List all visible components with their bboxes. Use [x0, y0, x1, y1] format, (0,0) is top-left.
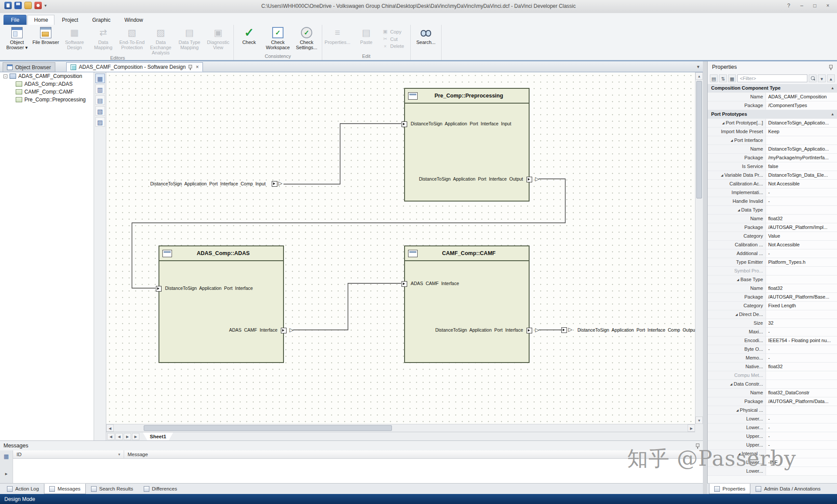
port-required-icon[interactable] — [156, 286, 162, 292]
component-camf-comp-camf[interactable]: CAMF_Comp::CAMF ADAS CAMF Interface Dist… — [404, 245, 530, 363]
filter-search-icon[interactable] — [809, 74, 817, 82]
properties-row[interactable]: Additional ...- — [708, 249, 837, 258]
column-filter-icon[interactable]: ▾ — [118, 452, 120, 457]
property-value[interactable]: /AUTOSAR_Platform/Base... — [766, 293, 837, 301]
diagram-canvas[interactable]: Pre_Comp::Preprocessing DistanceToSign A… — [106, 72, 695, 424]
properties-section-header[interactable]: Port Prototypes▴ — [708, 110, 837, 119]
property-value[interactable] — [766, 206, 837, 214]
properties-section-header[interactable]: Composition Component Type▴ — [708, 84, 837, 93]
property-value[interactable]: - — [766, 249, 837, 258]
expand-icon[interactable]: ◢ — [721, 171, 723, 179]
filter-dropdown-icon[interactable]: ▾ — [818, 74, 826, 82]
property-value[interactable]: - — [766, 197, 837, 205]
property-value[interactable]: /ComponentTypes — [766, 101, 837, 110]
properties-row[interactable]: Package/ComponentTypes — [708, 101, 837, 110]
panel-tab-admin-data-annotations[interactable]: Admin Data / Annotations — [750, 484, 826, 494]
property-value[interactable]: Value — [766, 232, 837, 240]
ribbon-button-check[interactable]: ✓Check — [235, 25, 263, 45]
scroll-up-icon[interactable]: ▲ — [695, 72, 703, 80]
port-required-icon[interactable] — [402, 121, 407, 127]
tree-expander-icon[interactable]: - — [3, 74, 7, 78]
expand-icon[interactable]: ◢ — [736, 406, 738, 414]
menu-tab-graphic[interactable]: Graphic — [86, 15, 117, 25]
properties-row[interactable]: Import Mode PresetKeep — [708, 128, 837, 136]
panel-splitter[interactable] — [703, 61, 707, 494]
component-adas-comp-adas[interactable]: ADAS_Comp::ADAS DistanceToSign Applicati… — [159, 245, 284, 363]
property-value[interactable]: Not Accessible — [766, 180, 837, 188]
property-value[interactable]: - — [766, 345, 837, 353]
properties-row[interactable]: Byte O...- — [708, 345, 837, 354]
expand-icon[interactable]: ◢ — [722, 119, 724, 127]
menu-tab-window[interactable]: Window — [118, 15, 150, 25]
port-provided-icon[interactable] — [526, 177, 532, 182]
tab-software-design-document[interactable]: ADAS_CAMF_Composition - Software Design … — [66, 62, 203, 72]
property-value[interactable]: DistanceToSign_Data_Ele... — [766, 171, 837, 179]
pin-icon[interactable] — [188, 64, 192, 70]
properties-row[interactable]: NameADAS_CAMF_Composition — [708, 93, 837, 101]
composition-output-port-icon[interactable] — [561, 327, 567, 333]
properties-row[interactable]: Lower...- — [708, 423, 837, 432]
properties-row[interactable]: Compu Met... — [708, 371, 837, 380]
properties-row[interactable]: ◢Direct De... — [708, 310, 837, 319]
properties-row[interactable]: Package/AUTOSAR_Platform/Data... — [708, 397, 837, 406]
expand-icon[interactable]: ◢ — [736, 310, 738, 319]
scroll-left-icon[interactable]: ◀ — [106, 424, 114, 432]
port-provided-icon[interactable] — [281, 328, 287, 333]
panel-tab-properties[interactable]: Properties — [709, 484, 750, 494]
property-value[interactable]: Not Accessible — [766, 241, 837, 249]
property-value[interactable] — [766, 276, 837, 284]
port-required-icon[interactable] — [402, 281, 407, 287]
properties-row[interactable]: ◢Data Constr... — [708, 380, 837, 389]
property-value[interactable] — [766, 310, 837, 319]
component-header[interactable]: CAMF_Comp::CAMF — [405, 246, 529, 261]
property-value[interactable]: 32 — [766, 319, 837, 327]
property-value[interactable]: - — [766, 423, 837, 432]
bottom-tab-messages[interactable]: Messages — [44, 484, 85, 494]
messages-table-body[interactable] — [13, 459, 703, 483]
maximize-button[interactable]: □ — [809, 1, 820, 10]
properties-row[interactable]: Memo...- — [708, 354, 837, 363]
properties-row[interactable]: ◢Data Type — [708, 206, 837, 215]
tree-item-adas-comp-adas[interactable]: ADAS_Comp::ADAS — [0, 80, 94, 88]
last-sheet-icon[interactable]: ▶ — [132, 433, 139, 440]
bottom-tab-differences[interactable]: Differences — [138, 484, 182, 494]
canvas-vertical-scrollbar[interactable]: ▲ ▼ — [695, 72, 703, 424]
collapse-panel-icon[interactable]: ▴ — [827, 74, 835, 82]
property-value[interactable] — [766, 406, 837, 414]
property-value[interactable]: /AUTOSAR_Platform/Data... — [766, 397, 837, 406]
scroll-right-icon[interactable]: ▶ — [688, 424, 695, 432]
property-value[interactable]: Platform_Types.h — [766, 258, 837, 266]
grid-view-icon[interactable]: ▦ — [728, 74, 736, 82]
messages-sidebar-icon[interactable]: ▦ — [0, 453, 13, 460]
properties-row[interactable]: Size32 — [708, 319, 837, 328]
next-sheet-icon[interactable]: ▶ — [124, 433, 131, 440]
properties-row[interactable]: CategoryFixed Length — [708, 302, 837, 310]
expand-icon[interactable]: ◢ — [731, 136, 733, 144]
prev-sheet-icon[interactable]: ◀ — [115, 433, 123, 440]
property-value[interactable]: float32_DataConstr — [766, 389, 837, 397]
composition-input-port-icon[interactable] — [272, 181, 277, 187]
properties-row[interactable]: Namefloat32 — [708, 215, 837, 223]
ribbon-button-object-browser[interactable]: Object Browser ▾ — [3, 25, 31, 50]
properties-row[interactable]: ◢Physical ... — [708, 406, 837, 415]
property-value[interactable]: DistanceToSign_Applicatio... — [766, 119, 837, 127]
property-value[interactable]: float32 — [766, 284, 837, 292]
sort-icon[interactable]: ⇅ — [719, 74, 727, 82]
properties-row[interactable]: Encodi...IEEE754 - Floating point nu... — [708, 336, 837, 345]
properties-row[interactable]: Namefloat32_DataConstr — [708, 389, 837, 397]
ribbon-button-check-settings[interactable]: ✓Check Settings... — [292, 25, 321, 50]
property-value[interactable]: false — [766, 162, 837, 171]
menu-tab-home[interactable]: Home — [27, 15, 54, 25]
property-value[interactable]: DistanceToSign_Applicatio... — [766, 145, 837, 153]
pin-icon[interactable] — [829, 64, 833, 70]
properties-row[interactable]: Calibration Ac...Not Accessible — [708, 180, 837, 188]
properties-row[interactable]: Maxi...- — [708, 328, 837, 336]
properties-row[interactable]: Package/AUTOSAR_Platform/Impl... — [708, 223, 837, 232]
port-provided-icon[interactable] — [526, 328, 532, 333]
properties-row[interactable]: Is Servicefalse — [708, 162, 837, 171]
ribbon-button-search[interactable]: Search... — [412, 25, 440, 45]
menu-tab-project[interactable]: Project — [55, 15, 84, 25]
properties-row[interactable]: ◢Variable Data Pr...DistanceToSign_Data_… — [708, 171, 837, 180]
properties-row[interactable]: Package/AUTOSAR_Platform/Base... — [708, 293, 837, 302]
ribbon-button-check-workspace[interactable]: ✓Check Workspace — [263, 25, 292, 50]
